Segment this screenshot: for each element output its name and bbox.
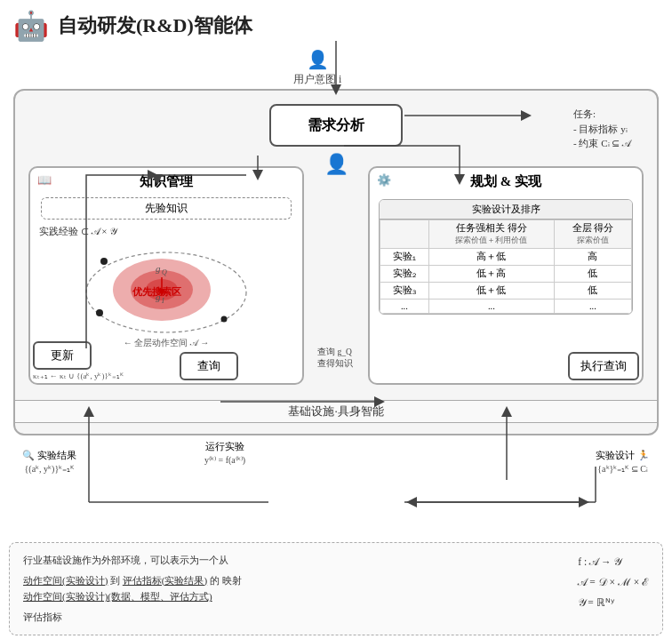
math-formulas: f : 𝒜 → 𝒴 𝒜 = 𝒟 × ℳ × ℰ 𝒴 = ℝᴺʸ [578, 552, 649, 613]
run-experiment-label: 运行实验 [204, 440, 245, 453]
robot-icon: 🤖 [13, 9, 49, 43]
svg-text:Q: Q [162, 268, 167, 276]
query-button[interactable]: 查询 [180, 352, 238, 380]
eval-label-row: 评估指标 [23, 609, 649, 626]
desc-underline1: 动作空间(实验设计) [23, 575, 108, 586]
experiment-table-container: 实验设计及排序 任务强相关 得分 探索价值＋利用价值 全层 得分 探索价值 [379, 199, 633, 315]
main-container: 🤖 自动研发(R&D)智能体 👤 用户意图 i 需求分析 👤 任务: - 目标指… [0, 0, 672, 639]
task-label-line2: - 约束 Cᵢ ⊆ 𝒜 [573, 136, 630, 151]
experiment-table: 任务强相关 得分 探索价值＋利用价值 全层 得分 探索价值 实验₁ 高＋低 高 … [380, 220, 632, 314]
table-row: 实验₂ 低＋高 低 [380, 266, 632, 283]
query-label-1: 查询 g_Q [317, 347, 353, 358]
table-col0-header [380, 220, 429, 249]
update-button-area: 更新 κₜ₊₁ ← κₜ ∪ {(aᵏ, yᵏ)}ᵏ₌₁ᴷ [33, 341, 124, 380]
infra-bar-label: 基础设施·具身智能 [288, 403, 383, 419]
person-icon: 👤 [324, 153, 348, 176]
user-intent-label: 用户意图 i [293, 72, 341, 87]
search-icon: 🔍 [22, 450, 35, 460]
action-space-svg: g Q g I 优 [77, 244, 255, 337]
execute-query-button-area: 执行查询 [568, 352, 639, 380]
math1: f : 𝒜 → 𝒴 [578, 552, 649, 572]
table-cell-name: ... [380, 300, 429, 314]
table-row: 实验₁ 高＋低 高 [380, 249, 632, 266]
knowledge-title: 知识管理 [30, 168, 302, 194]
table-cell-score2: ... [554, 300, 631, 314]
desc-line3-text: 动作空间(实验设计)(数据、模型、评估方式) [23, 591, 212, 602]
table-cell-score1: ... [428, 300, 554, 314]
desc-line1-rest: 到 [110, 575, 123, 586]
table-cell-score1: 低＋高 [428, 266, 554, 283]
prior-knowledge-box: 先验知识 [41, 197, 292, 220]
task-label-line1: - 目标指标 yᵢ [573, 122, 630, 137]
infra-bar: 基础设施·具身智能 [15, 400, 657, 423]
table-cell-score2: 高 [554, 249, 631, 266]
book-icon: 📖 [37, 173, 52, 188]
svg-point-10 [100, 258, 108, 265]
svg-text:g: g [156, 263, 161, 274]
description-box: f : 𝒜 → 𝒴 𝒜 = 𝒟 × ℳ × ℰ 𝒴 = ℝᴺʸ 行业基础设施作为… [9, 542, 663, 635]
prior-knowledge-label: 先验知识 [145, 202, 188, 214]
exp-table-title: 实验设计及排序 [380, 200, 632, 220]
header-title: 自动研发(R&D)智能体 [58, 12, 252, 39]
table-row: ... ... ... [380, 300, 632, 314]
exp-results-label: 🔍 实验结果 [22, 449, 76, 462]
exp-results-area: 🔍 实验结果 {(aᵏ, yᵏ)}ᵏ₌₁ᴷ [22, 449, 76, 474]
svg-point-11 [96, 309, 103, 316]
run-experiment-formula: y⁽ᵏ⁾ = f(a⁽ᵏ⁾) [204, 455, 245, 465]
needs-analysis-title: 需求分析 [308, 116, 364, 135]
math3: 𝒴 = ℝᴺʸ [578, 593, 649, 613]
exp-results-formula: {(aᵏ, yᵏ)}ᵏ₌₁ᴷ [22, 464, 76, 474]
svg-text:I: I [161, 297, 164, 305]
query-labels: 查询 g_Q 查得知识 [317, 347, 353, 370]
desc-underline2: 评估指标(实验结果) [123, 575, 207, 586]
experience-area: 实践经验 ⊂ 𝒜 × 𝒴 [39, 225, 293, 238]
table-cell-score1: 低＋低 [428, 283, 554, 300]
desc-line2-rest: 的 映射 [210, 575, 242, 586]
table-cell-score1: 高＋低 [428, 249, 554, 266]
exp-design-formula: {aᵏ}ᵏ₌₁ᴷ ⊆ Cᵢ [596, 464, 650, 474]
table-col2-header: 全层 得分 探索价值 [554, 220, 631, 249]
header: 🤖 自动研发(R&D)智能体 [9, 9, 663, 43]
gear-icon: ⚙️ [377, 173, 391, 188]
desc-line1: 动作空间(实验设计) 到 评估指标(实验结果) 的 映射 [23, 572, 649, 589]
query-label-2: 查得知识 [317, 358, 353, 370]
experience-label: 实践经验 ⊂ 𝒜 × 𝒴 [39, 226, 116, 236]
table-cell-name: 实验₁ [380, 249, 429, 266]
agent-box: 需求分析 👤 任务: - 目标指标 yᵢ - 约束 Cᵢ ⊆ 𝒜 📖 知识管理 … [13, 89, 659, 435]
query-button-area: 查询 [180, 352, 238, 380]
table-cell-name: 实验₂ [380, 266, 429, 283]
desc-line3: 动作空间(实验设计)(数据、模型、评估方式) [23, 588, 649, 605]
svg-point-12 [221, 316, 228, 323]
execute-query-button[interactable]: 执行查询 [568, 352, 639, 380]
desc-main: 行业基础设施作为外部环境，可以表示为一个从 [23, 552, 649, 569]
planning-title: 规划 & 实现 [370, 168, 642, 194]
run-experiment-area: 运行实验 y⁽ᵏ⁾ = f(a⁽ᵏ⁾) [204, 440, 245, 465]
table-row: 实验₃ 低＋低 低 [380, 283, 632, 300]
task-labels: 任务: - 目标指标 yᵢ - 约束 Cᵢ ⊆ 𝒜 [573, 107, 630, 151]
update-button[interactable]: 更新 [33, 341, 92, 370]
run-icon: 🏃 [637, 450, 650, 460]
table-cell-name: 实验₃ [380, 283, 429, 300]
math2: 𝒜 = 𝒟 × ℳ × ℰ [578, 572, 649, 593]
user-icon: 👤 [307, 49, 329, 70]
exp-design-area: 实验设计 🏃 {aᵏ}ᵏ₌₁ᴷ ⊆ Cᵢ [596, 449, 650, 474]
table-cell-score2: 低 [554, 283, 631, 300]
table-col1-header: 任务强相关 得分 探索价值＋利用价值 [428, 220, 554, 249]
update-formula: κₜ₊₁ ← κₜ ∪ {(aᵏ, yᵏ)}ᵏ₌₁ᴷ [33, 371, 124, 380]
blob-container: g Q g I 优 [77, 244, 255, 332]
svg-text:优先搜索区: 优先搜索区 [132, 286, 181, 297]
eval-label: 评估指标 [23, 611, 62, 622]
needs-analysis-box: 需求分析 [269, 104, 403, 147]
exp-design-label: 实验设计 🏃 [596, 449, 650, 462]
table-cell-score2: 低 [554, 266, 631, 283]
task-label-header: 任务: [573, 107, 630, 122]
